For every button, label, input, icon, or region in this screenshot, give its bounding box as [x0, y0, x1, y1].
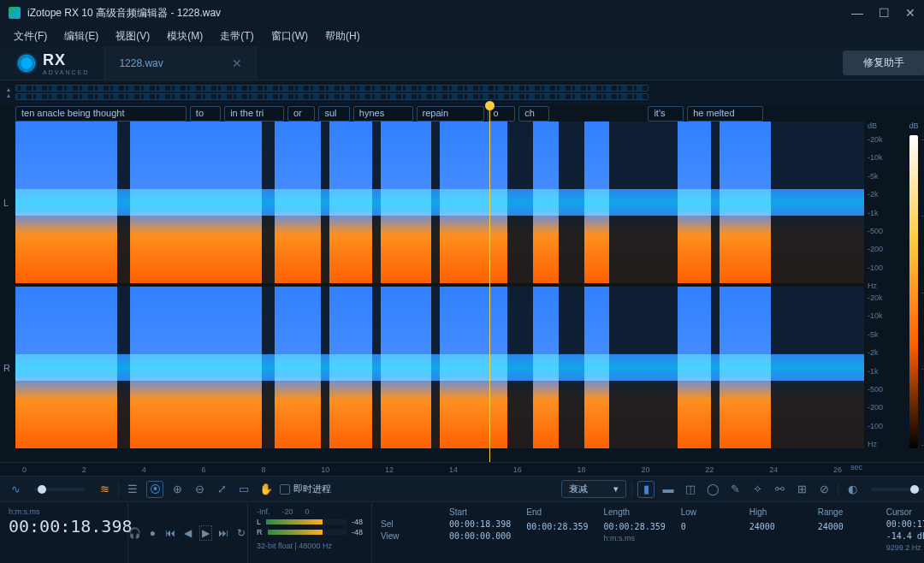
spectrogram-area[interactable]: ten anacle being thoughttoin the triorsu… — [0, 104, 924, 462]
deselect-icon[interactable]: ⊘ — [815, 481, 832, 498]
tab-label: 1228.wav — [119, 57, 163, 69]
link-icon[interactable]: ⚯ — [771, 481, 788, 498]
repair-assistant-button[interactable]: 修复助手 — [843, 50, 924, 75]
menu-item[interactable]: 视图(V) — [109, 27, 157, 45]
status-bar: h:m:s.ms 00:00:18.398 🎧 ● ⏮ ◀ ▶ ⏭ ↻ -Inf… — [0, 501, 924, 563]
transcript-segment[interactable]: hynes — [353, 106, 413, 121]
tab-close-icon[interactable]: ✕ — [232, 56, 242, 70]
wand-icon[interactable]: ✧ — [749, 481, 766, 498]
record-icon[interactable]: ● — [146, 525, 159, 541]
transcript-segment[interactable]: it's — [648, 106, 684, 121]
zoom-out-h-icon[interactable]: ⊖ — [191, 481, 208, 498]
menu-item[interactable]: 窗口(W) — [264, 27, 315, 45]
selection-info-grid: .SelViewStart00:00:18.39800:00:00.000End… — [372, 502, 924, 563]
transcript-segment[interactable]: in the tri — [224, 106, 284, 121]
headphones-icon[interactable]: 🎧 — [128, 525, 141, 541]
time-ruler[interactable]: 02468101214161820222426 sec — [0, 462, 924, 476]
transcript-segment[interactable]: he melted — [687, 106, 762, 121]
transcript-segment[interactable]: repain — [417, 106, 484, 121]
waveform-icon[interactable]: ∿ — [7, 481, 24, 498]
loop-icon[interactable]: ↻ — [234, 525, 247, 541]
playhead[interactable] — [489, 104, 490, 462]
transcript-segment[interactable]: ten anacle being thought — [15, 106, 187, 121]
sel-tf-icon[interactable]: ◫ — [682, 481, 699, 498]
app-icon — [9, 7, 21, 19]
sel-time-icon[interactable]: ▮ — [637, 481, 654, 498]
menubar: 文件(F)编辑(E)视图(V)模块(M)走带(T)窗口(W)帮助(H) — [0, 26, 924, 46]
menu-item[interactable]: 走带(T) — [213, 27, 260, 45]
time-unit-label: sec — [850, 463, 862, 471]
zoom-in-h-icon[interactable]: ⊕ — [169, 481, 186, 498]
logo-text: RX — [43, 51, 89, 69]
spectro-icon[interactable]: ≋ — [96, 481, 113, 498]
window-title: iZotope RX 10 高级音频编辑器 - 1228.wav — [27, 6, 221, 21]
transcript-segment[interactable]: sul — [318, 106, 349, 121]
channel-R[interactable]: R — [15, 287, 864, 448]
menu-item[interactable]: 编辑(E) — [57, 27, 105, 45]
snap-l-icon[interactable]: ◐ — [844, 481, 861, 498]
colorbar: -40-56-72-90-110 — [909, 135, 918, 448]
zoom-sel-icon[interactable]: ⤢ — [213, 481, 230, 498]
maximize-button[interactable]: ☐ — [879, 6, 890, 20]
levels-block: -Inf. -20 0 L-48 R-48 32-bit float | 480… — [248, 502, 372, 563]
channel-L[interactable]: L — [15, 121, 864, 283]
main-toolbar: ∿ ≋ ☰ ⦿ ⊕ ⊖ ⤢ ▭ ✋ 即时进程 衰减▾ ▮ — [0, 476, 924, 501]
process-select[interactable]: 衰减▾ — [561, 480, 626, 498]
snap-slider[interactable] — [871, 488, 922, 491]
logo-icon — [15, 52, 38, 74]
time-format-label[interactable]: h:m:s.ms — [9, 507, 119, 516]
level-meter-r — [268, 530, 346, 535]
list-icon[interactable]: ☰ — [124, 481, 141, 498]
rewind-icon[interactable]: ◀ — [181, 525, 194, 541]
file-tab[interactable]: 1228.wav ✕ — [104, 46, 256, 80]
realtime-checkbox[interactable]: 即时进程 — [280, 483, 331, 495]
overview-strip[interactable]: ▴▴ — [0, 80, 924, 104]
menu-item[interactable]: 帮助(H) — [318, 27, 367, 45]
logo-subtext: ADVANCED — [43, 69, 89, 75]
transcript-row: ten anacle being thoughttoin the triorsu… — [15, 106, 842, 121]
play-icon[interactable]: ▶ — [199, 525, 212, 541]
titlebar: iZotope RX 10 高级音频编辑器 - 1228.wav — ☐ ✕ — [0, 0, 924, 26]
menu-item[interactable]: 文件(F) — [7, 27, 54, 45]
zoom-fit-icon[interactable]: ▭ — [235, 481, 252, 498]
prev-icon[interactable]: ⏮ — [164, 525, 177, 541]
transcript-segment[interactable]: to — [190, 106, 221, 121]
hand-icon[interactable]: ✋ — [258, 481, 275, 498]
logo: RX ADVANCED — [0, 51, 104, 75]
lasso-icon[interactable]: ◯ — [704, 481, 721, 498]
level-meter-l — [266, 519, 346, 524]
transcript-segment[interactable]: or — [287, 106, 316, 121]
menu-item[interactable]: 模块(M) — [160, 27, 210, 45]
colorbar-label: dB — [909, 121, 918, 130]
close-button[interactable]: ✕ — [905, 6, 915, 20]
next-icon[interactable]: ⏭ — [217, 525, 230, 541]
tabs-row: RX ADVANCED 1228.wav ✕ 修复助手 ∿ — [0, 46, 924, 80]
minimize-button[interactable]: — — [851, 6, 863, 20]
time-position: 00:00:18.398 — [9, 516, 119, 536]
grab-icon[interactable]: ⊞ — [793, 481, 810, 498]
transcript-segment[interactable]: ch — [518, 106, 549, 121]
brush-icon[interactable]: ✎ — [726, 481, 743, 498]
opacity-slider[interactable] — [34, 488, 86, 491]
sel-freq-icon[interactable]: ▬ — [660, 481, 677, 498]
marker-icon[interactable]: ⦿ — [146, 481, 163, 498]
audio-format-label: 32-bit float | 48000 Hz — [257, 542, 363, 550]
transport-controls: 🎧 ● ⏮ ◀ ▶ ⏭ ↻ — [128, 502, 248, 563]
